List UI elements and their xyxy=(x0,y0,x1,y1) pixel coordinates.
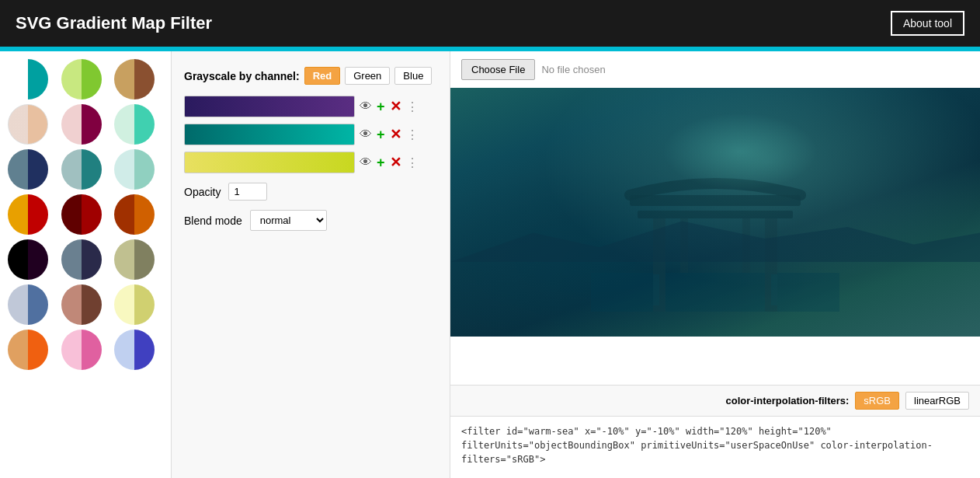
opacity-input[interactable] xyxy=(228,183,267,201)
drag-handle-2[interactable]: ⋮ xyxy=(406,127,418,142)
header: SVG Gradient Map Filter About tool xyxy=(0,0,980,47)
preset-15[interactable] xyxy=(114,239,155,280)
filtered-image xyxy=(450,88,980,337)
blend-mode-label: Blend mode xyxy=(184,215,242,227)
visibility-icon-2[interactable]: 👁 xyxy=(360,127,372,141)
svg-rect-7 xyxy=(653,274,659,305)
preset-2[interactable] xyxy=(61,59,102,99)
preset-10[interactable] xyxy=(8,194,48,235)
svg-rect-0 xyxy=(591,273,839,312)
code-content: <filter id="warm-sea" x="-10%" y="-10%" … xyxy=(461,426,933,465)
preset-6[interactable] xyxy=(114,104,155,145)
blend-mode-select[interactable]: normal multiply screen overlay darken li… xyxy=(250,210,327,231)
right-panel: Choose File No file chosen xyxy=(450,51,980,478)
preset-9[interactable] xyxy=(114,149,155,190)
opacity-label: Opacity xyxy=(184,186,221,198)
choose-file-button[interactable]: Choose File xyxy=(461,59,535,80)
grayscale-label: Grayscale by channel: xyxy=(184,70,300,82)
blend-mode-row: Blend mode normal multiply screen overla… xyxy=(184,210,437,231)
srgb-button[interactable]: sRGB xyxy=(855,392,899,410)
no-file-label: No file chosen xyxy=(541,64,605,75)
preset-20[interactable] xyxy=(61,330,102,370)
remove-row-icon-3[interactable]: ✕ xyxy=(390,154,401,171)
gradient-bar-3[interactable] xyxy=(184,152,355,173)
drag-handle-3[interactable]: ⋮ xyxy=(406,155,418,170)
gradient-row-1: 👁 + ✕ ⋮ xyxy=(184,96,437,117)
app-title: SVG Gradient Map Filter xyxy=(16,13,212,33)
visibility-icon-1[interactable]: 👁 xyxy=(360,99,372,113)
preset-21[interactable] xyxy=(114,330,155,370)
preset-18[interactable] xyxy=(114,284,155,325)
channel-blue-button[interactable]: Blue xyxy=(394,67,432,85)
preset-8[interactable] xyxy=(61,149,102,190)
drag-handle-1[interactable]: ⋮ xyxy=(406,99,418,114)
gradient-row-3: 👁 + ✕ ⋮ xyxy=(184,152,437,173)
preset-4[interactable] xyxy=(8,104,48,145)
preset-14[interactable] xyxy=(61,239,102,280)
code-box[interactable]: <filter id="warm-sea" x="-10%" y="-10%" … xyxy=(450,416,980,478)
preset-11[interactable] xyxy=(61,194,102,235)
preset-17[interactable] xyxy=(61,284,102,325)
preset-19[interactable] xyxy=(8,330,48,370)
add-stop-icon-3[interactable]: + xyxy=(377,155,385,171)
gradient-bar-1[interactable] xyxy=(184,96,355,117)
preset-7[interactable] xyxy=(8,149,48,190)
add-stop-icon-2[interactable]: + xyxy=(377,127,385,143)
linearrgb-button[interactable]: linearRGB xyxy=(905,392,969,410)
visibility-icon-3[interactable]: 👁 xyxy=(360,155,372,169)
channel-red-button[interactable]: Red xyxy=(304,67,341,85)
svg-rect-8 xyxy=(771,274,777,305)
presets-grid xyxy=(8,59,163,370)
color-interp-label: color-interpolation-filters: xyxy=(725,395,849,406)
preset-12[interactable] xyxy=(114,194,155,235)
about-button[interactable]: About tool xyxy=(891,11,964,36)
file-row: Choose File No file chosen xyxy=(450,51,980,88)
channel-green-button[interactable]: Green xyxy=(345,67,390,85)
image-container xyxy=(450,88,980,385)
main-container: Grayscale by channel: Red Green Blue 👁 +… xyxy=(0,51,980,478)
preset-13[interactable] xyxy=(8,239,48,280)
preset-16[interactable] xyxy=(8,284,48,325)
preset-1[interactable] xyxy=(8,59,48,99)
presets-panel xyxy=(0,51,171,478)
grayscale-row: Grayscale by channel: Red Green Blue xyxy=(184,67,437,85)
preset-3[interactable] xyxy=(114,59,155,99)
mountain-svg xyxy=(450,215,980,262)
remove-row-icon-2[interactable]: ✕ xyxy=(390,126,401,143)
svg-rect-3 xyxy=(630,195,801,206)
gradient-bar-2[interactable] xyxy=(184,124,355,145)
remove-row-icon-1[interactable]: ✕ xyxy=(390,98,401,115)
add-stop-icon-1[interactable]: + xyxy=(377,99,385,115)
color-interp-row: color-interpolation-filters: sRGB linear… xyxy=(450,385,980,416)
opacity-row: Opacity xyxy=(184,183,437,201)
controls-panel: Grayscale by channel: Red Green Blue 👁 +… xyxy=(171,51,450,478)
gradient-row-2: 👁 + ✕ ⋮ xyxy=(184,124,437,145)
preset-5[interactable] xyxy=(61,104,102,145)
